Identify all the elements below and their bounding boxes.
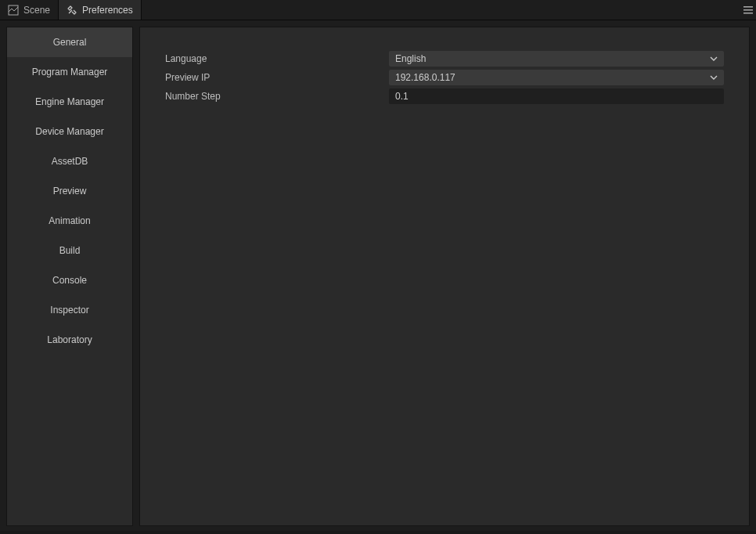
- sidebar-item-label: Engine Manager: [35, 96, 104, 107]
- sidebar-item-label: Device Manager: [35, 126, 103, 137]
- sidebar-item-label: Laboratory: [47, 334, 92, 345]
- sidebar-item-label: Program Manager: [32, 67, 108, 78]
- sidebar-item-label: Animation: [49, 215, 90, 226]
- number-step-input[interactable]: 0.1: [389, 88, 724, 104]
- preview-ip-label: Preview IP: [165, 72, 389, 83]
- svg-rect-3: [743, 13, 753, 14]
- svg-rect-1: [743, 6, 753, 8]
- language-label: Language: [165, 53, 389, 64]
- sidebar-item-program-manager[interactable]: Program Manager: [7, 57, 132, 87]
- chevron-down-icon: [710, 56, 718, 61]
- sidebar-item-label: Inspector: [50, 305, 88, 316]
- sidebar-item-laboratory[interactable]: Laboratory: [7, 325, 132, 355]
- sidebar-item-label: General: [53, 37, 87, 48]
- sidebar-item-label: Build: [59, 245, 81, 256]
- preview-ip-value: 192.168.0.117: [395, 72, 455, 83]
- sidebar-item-animation[interactable]: Animation: [7, 206, 132, 236]
- svg-rect-2: [743, 9, 753, 11]
- sidebar-item-general[interactable]: General: [7, 27, 132, 57]
- sidebar: General Program Manager Engine Manager D…: [6, 27, 133, 526]
- preview-ip-select[interactable]: 192.168.0.117: [389, 70, 724, 85]
- tab-scene-label: Scene: [23, 5, 50, 16]
- scene-icon: [8, 5, 19, 16]
- tools-icon: [67, 5, 77, 16]
- tab-scene[interactable]: Scene: [0, 0, 59, 20]
- main-panel: Language English Preview IP 192.168.0.11…: [139, 27, 750, 526]
- sidebar-item-assetdb[interactable]: AssetDB: [7, 146, 132, 176]
- sidebar-item-engine-manager[interactable]: Engine Manager: [7, 87, 132, 117]
- bottom-strip: [0, 531, 756, 534]
- tabs-bar: Scene Preferences: [0, 0, 756, 20]
- number-step-label: Number Step: [165, 91, 389, 102]
- language-value: English: [395, 53, 426, 64]
- hamburger-menu-button[interactable]: [740, 0, 756, 20]
- sidebar-item-label: Console: [52, 275, 87, 286]
- sidebar-item-inspector[interactable]: Inspector: [7, 295, 132, 325]
- sidebar-item-device-manager[interactable]: Device Manager: [7, 117, 132, 146]
- sidebar-item-build[interactable]: Build: [7, 236, 132, 265]
- tab-preferences-label: Preferences: [82, 5, 133, 16]
- sidebar-item-console[interactable]: Console: [7, 265, 132, 295]
- tab-preferences[interactable]: Preferences: [59, 0, 142, 20]
- number-step-value: 0.1: [395, 91, 409, 102]
- sidebar-item-preview[interactable]: Preview: [7, 176, 132, 206]
- chevron-down-icon: [710, 75, 718, 80]
- sidebar-item-label: Preview: [53, 186, 87, 197]
- sidebar-item-label: AssetDB: [52, 156, 88, 167]
- language-select[interactable]: English: [389, 51, 724, 67]
- hamburger-icon: [743, 6, 753, 14]
